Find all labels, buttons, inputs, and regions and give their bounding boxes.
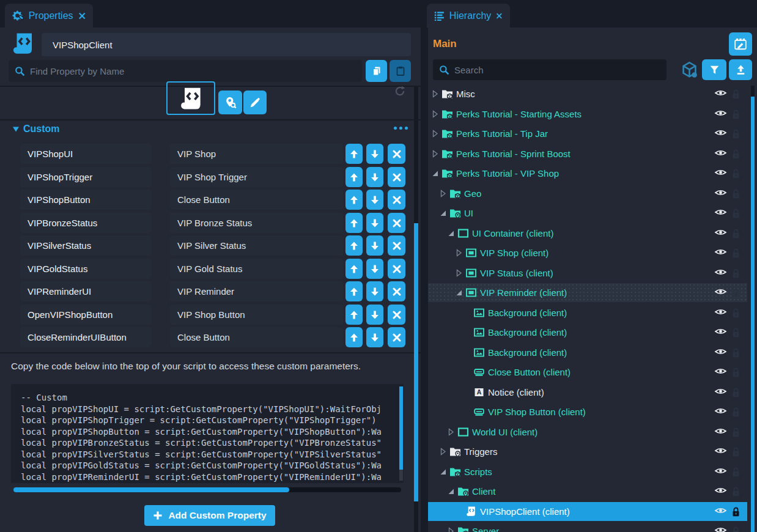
custom-property-value-field[interactable]: Close Button: [170, 327, 343, 347]
expand-collapsed-icon[interactable]: [430, 149, 440, 158]
tree-row[interactable]: UI Container (client): [428, 224, 747, 243]
copy-properties-button[interactable]: [366, 60, 387, 82]
custom-property-value-field[interactable]: Close Button: [170, 190, 343, 210]
delete-property-button[interactable]: [388, 167, 405, 187]
visibility-eye-icon[interactable]: [714, 426, 727, 438]
lock-icon[interactable]: [731, 109, 740, 120]
tree-row[interactable]: ANotice (client): [428, 383, 747, 402]
lock-icon[interactable]: [731, 308, 740, 319]
tree-row[interactable]: Misc: [428, 84, 747, 103]
tab-properties[interactable]: Properties: [5, 4, 93, 28]
visibility-eye-icon[interactable]: [714, 525, 727, 532]
lock-icon[interactable]: [731, 506, 740, 517]
lock-icon[interactable]: [731, 367, 740, 378]
tree-row[interactable]: Background (client): [428, 323, 747, 342]
code-snippet-box[interactable]: -- Custom local propVIPShopUI = script:G…: [11, 384, 404, 483]
find-in-hierarchy-button[interactable]: [218, 91, 242, 114]
lock-icon[interactable]: [731, 327, 740, 338]
visibility-eye-icon[interactable]: [714, 326, 727, 339]
edit-script-button[interactable]: [243, 91, 267, 114]
delete-property-button[interactable]: [388, 327, 405, 347]
tree-row[interactable]: Triggers: [428, 442, 747, 461]
move-up-button[interactable]: [345, 144, 363, 164]
tree-row[interactable]: Perks Tutorial - VIP Shop: [428, 164, 747, 183]
lock-icon[interactable]: [731, 89, 740, 100]
move-down-button[interactable]: [366, 167, 383, 187]
property-search-input[interactable]: Find Property by Name: [9, 60, 362, 82]
move-down-button[interactable]: [366, 305, 383, 325]
expand-collapsed-icon[interactable]: [446, 526, 456, 532]
lock-icon[interactable]: [731, 228, 740, 239]
expand-collapsed-icon[interactable]: [430, 89, 440, 98]
filter-button[interactable]: [702, 59, 726, 80]
tree-row[interactable]: Scripts: [428, 462, 747, 481]
section-collapse-icon[interactable]: [12, 126, 20, 133]
tree-row[interactable]: Close Button (client): [428, 363, 747, 382]
tree-row[interactable]: VIP Shop Button (client): [428, 402, 747, 421]
move-down-button[interactable]: [366, 235, 383, 256]
custom-property-name-field[interactable]: VIPShopUI: [20, 144, 152, 164]
custom-property-value-field[interactable]: VIP Gold Status: [170, 259, 343, 279]
custom-property-value-field[interactable]: VIP Reminder: [170, 281, 343, 301]
lock-icon[interactable]: [731, 467, 740, 478]
custom-property-value-field[interactable]: VIP Shop Button: [170, 305, 343, 325]
expand-expanded-icon[interactable]: [446, 229, 456, 238]
tree-row[interactable]: Geo: [428, 184, 747, 203]
visibility-eye-icon[interactable]: [714, 346, 727, 359]
visibility-eye-icon[interactable]: [714, 306, 727, 319]
tree-row[interactable]: VIP Reminder (client): [428, 283, 747, 302]
delete-property-button[interactable]: [388, 281, 405, 301]
custom-property-name-field[interactable]: CloseReminderUIButton: [20, 327, 152, 347]
visibility-eye-icon[interactable]: [714, 485, 727, 498]
lock-icon[interactable]: [731, 446, 740, 457]
visibility-eye-icon[interactable]: [714, 267, 727, 279]
lock-icon[interactable]: [731, 407, 740, 418]
delete-property-button[interactable]: [388, 305, 405, 325]
scenes-button[interactable]: [729, 32, 752, 56]
lock-icon[interactable]: [731, 128, 740, 139]
lock-icon[interactable]: [731, 149, 740, 160]
hierarchy-scrollbar[interactable]: [751, 86, 755, 532]
expand-collapsed-icon[interactable]: [430, 129, 440, 138]
visibility-eye-icon[interactable]: [714, 465, 727, 478]
tree-row[interactable]: Client: [428, 482, 747, 501]
expand-collapsed-icon[interactable]: [438, 189, 448, 198]
move-up-button[interactable]: [345, 305, 363, 325]
tree-row[interactable]: Perks Tutorial - Sprint Boost: [428, 144, 747, 163]
expand-expanded-icon[interactable]: [438, 209, 448, 218]
custom-property-name-field[interactable]: VIPReminderUI: [20, 281, 152, 301]
visibility-eye-icon[interactable]: [714, 227, 727, 240]
tree-row[interactable]: Perks Tutorial - Starting Assets: [428, 105, 747, 124]
lock-icon[interactable]: [731, 526, 740, 532]
visibility-eye-icon[interactable]: [714, 87, 727, 100]
visibility-eye-icon[interactable]: [714, 207, 727, 220]
expand-collapsed-icon[interactable]: [438, 447, 448, 456]
move-down-button[interactable]: [366, 281, 383, 301]
custom-property-name-field[interactable]: VIPGoldStatus: [20, 259, 152, 279]
lock-icon[interactable]: [731, 208, 740, 219]
move-up-button[interactable]: [345, 167, 363, 187]
lock-icon[interactable]: [731, 486, 740, 497]
expand-expanded-icon[interactable]: [438, 467, 448, 476]
tree-row[interactable]: Perks Tutorial - Tip Jar: [428, 124, 747, 143]
custom-property-value-field[interactable]: VIP Shop: [170, 144, 343, 164]
visibility-eye-icon[interactable]: [714, 127, 727, 140]
close-tab-icon[interactable]: [496, 12, 503, 20]
move-up-button[interactable]: [345, 235, 363, 256]
move-up-button[interactable]: [345, 259, 363, 279]
visibility-eye-icon[interactable]: [714, 246, 727, 259]
visibility-eye-icon[interactable]: [714, 286, 727, 299]
tree-row[interactable]: World UI (client): [428, 423, 747, 441]
custom-property-name-field[interactable]: VIPShopTrigger: [20, 167, 152, 187]
expand-expanded-icon[interactable]: [446, 487, 456, 496]
lock-icon[interactable]: [731, 427, 740, 438]
tree-row[interactable]: VIP Shop (client): [428, 243, 747, 262]
code-horizontal-scrollbar[interactable]: [13, 487, 401, 492]
custom-property-name-field[interactable]: OpenVIPShopButton: [20, 305, 152, 325]
visibility-eye-icon[interactable]: [714, 405, 727, 418]
move-down-button[interactable]: [366, 213, 383, 233]
tree-row[interactable]: Server: [428, 522, 747, 532]
paste-properties-button[interactable]: [390, 60, 411, 82]
lock-icon[interactable]: [731, 188, 740, 199]
tree-row[interactable]: Background (client): [428, 303, 747, 322]
